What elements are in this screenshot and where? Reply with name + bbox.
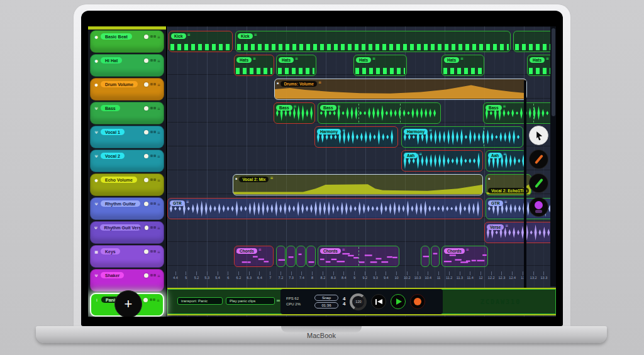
clip-midi[interactable] bbox=[296, 246, 306, 267]
clip-hats[interactable]: Hats≡ bbox=[234, 55, 274, 76]
track-menu-icon[interactable]: ≡ bbox=[157, 59, 160, 62]
track-mini-button[interactable] bbox=[150, 202, 153, 205]
menu-icon[interactable]: ≡ bbox=[276, 298, 280, 304]
clip-harmony[interactable]: Harmony≡ bbox=[314, 126, 398, 148]
track-menu-icon[interactable]: ≡ bbox=[157, 107, 160, 110]
track-mini-button[interactable] bbox=[150, 59, 153, 62]
clip-hats[interactable]: Hats≡ bbox=[353, 55, 407, 76]
track-mini-button[interactable] bbox=[150, 226, 153, 229]
clip-steps[interactable] bbox=[513, 31, 556, 52]
record-arm-button[interactable] bbox=[144, 106, 148, 111]
record-arm-button[interactable] bbox=[144, 249, 148, 254]
track-header-rhythm-guitar[interactable]: ΨRhythm Guitar≡ bbox=[90, 197, 164, 220]
track-header-vocal-2[interactable]: ΨVocal 2≡ bbox=[90, 150, 164, 172]
track-mini-button[interactable] bbox=[153, 250, 156, 253]
clip-aah[interactable]: Aah≡ bbox=[486, 150, 526, 172]
track-header-hi-hat[interactable]: ●Hi Hat≡ bbox=[90, 54, 164, 77]
clip-verse[interactable]: Verse≡ bbox=[484, 222, 556, 243]
clip-midi[interactable] bbox=[421, 246, 430, 267]
clip-midi[interactable] bbox=[276, 246, 286, 267]
timeline-arranger[interactable]: Kick≡Kick≡Hats≡Hats≡Hats≡Hats≡Hats≡▪Drum… bbox=[166, 26, 556, 317]
track-menu-icon[interactable]: ≡ bbox=[157, 202, 160, 205]
record-arm-button[interactable] bbox=[144, 178, 148, 182]
record-arm-button[interactable] bbox=[144, 130, 148, 134]
clip-drums-volume[interactable]: ▪Drums: Volume≡ bbox=[274, 79, 527, 100]
track-menu-icon[interactable]: ≡ bbox=[157, 155, 160, 158]
transport-clip-action-field[interactable]: Play panic clips bbox=[226, 297, 275, 305]
draw-tool-orange-button[interactable] bbox=[529, 150, 548, 169]
play-button[interactable] bbox=[391, 294, 406, 309]
track-mini-button[interactable] bbox=[153, 59, 156, 62]
record-arm-button[interactable] bbox=[144, 273, 148, 278]
track-menu-icon[interactable]: ≡ bbox=[157, 274, 160, 277]
track-menu-icon[interactable]: ≡ bbox=[157, 226, 160, 229]
track-header-echo-volume[interactable]: ●Echo Volume≡ bbox=[90, 173, 164, 196]
clip-bass[interactable]: Bass≡ bbox=[483, 102, 556, 124]
track-header-bass[interactable]: ΨBass≡ bbox=[90, 102, 164, 124]
track-header-vocal-1[interactable]: ΨVocal 1≡ bbox=[90, 126, 164, 148]
snap-button[interactable]: Snap bbox=[314, 295, 338, 301]
track-mini-button[interactable] bbox=[153, 178, 156, 181]
erase-tool-button[interactable] bbox=[529, 197, 548, 217]
track-mini-button[interactable] bbox=[153, 83, 156, 85]
clip-hats[interactable]: Hats≡ bbox=[441, 55, 484, 76]
track-header-keys[interactable]: ▦Keys≡ bbox=[90, 245, 164, 268]
clip-hats[interactable]: Hats≡ bbox=[276, 55, 316, 76]
track-menu-icon[interactable]: ≡ bbox=[157, 178, 160, 182]
track-mini-button[interactable] bbox=[150, 83, 153, 85]
track-menu-icon[interactable]: ≡ bbox=[157, 35, 160, 38]
track-mini-button[interactable] bbox=[153, 202, 156, 205]
record-arm-button[interactable] bbox=[144, 202, 148, 206]
track-mini-button[interactable] bbox=[150, 274, 153, 276]
track-mini-button[interactable] bbox=[150, 131, 153, 133]
clip-vocal-2-mix[interactable]: ▪Vocal 2: Mix≡ bbox=[233, 174, 483, 195]
transport-clip-name-field[interactable]: transport: Panic bbox=[177, 297, 223, 305]
track-menu-icon[interactable]: ≡ bbox=[157, 250, 160, 253]
scrollbar-thumb[interactable] bbox=[552, 28, 555, 116]
clip-bass[interactable]: Bass≡ bbox=[318, 102, 441, 124]
track-mini-button[interactable] bbox=[153, 131, 156, 133]
track-mini-button[interactable] bbox=[150, 298, 152, 301]
track-header-rhythm-guit-verse[interactable]: ΨRhythm Guit Verse≡ bbox=[90, 221, 164, 244]
record-arm-button[interactable] bbox=[144, 58, 148, 63]
clip-midi[interactable] bbox=[306, 246, 316, 267]
track-header-basic-beat[interactable]: ●Basic Beat≡ bbox=[90, 30, 164, 53]
track-mini-button[interactable] bbox=[153, 226, 156, 229]
draw-tool-green-button[interactable] bbox=[529, 173, 548, 193]
clip-chords[interactable]: Chords≡ bbox=[234, 246, 274, 267]
clip-chords[interactable]: Chords≡ bbox=[318, 246, 399, 267]
track-mini-button[interactable] bbox=[153, 274, 156, 276]
clip-harmony[interactable]: Harmony≡ bbox=[401, 126, 523, 148]
record-arm-button[interactable] bbox=[144, 35, 148, 39]
track-menu-icon[interactable]: ≡ bbox=[157, 298, 160, 302]
track-menu-icon[interactable]: ≡ bbox=[157, 83, 160, 86]
clip-chords[interactable]: Chords≡ bbox=[441, 246, 488, 267]
clip-aah[interactable]: Aah≡ bbox=[401, 150, 483, 172]
vertical-scrollbar[interactable] bbox=[550, 26, 556, 287]
track-menu-icon[interactable]: ≡ bbox=[157, 131, 160, 134]
skip-to-start-button[interactable] bbox=[371, 294, 386, 309]
record-arm-button[interactable] bbox=[143, 298, 148, 302]
track-mini-button[interactable] bbox=[150, 250, 153, 253]
record-arm-button[interactable] bbox=[144, 154, 148, 158]
track-header-drum-volume[interactable]: ●Drum Volume≡ bbox=[90, 78, 164, 101]
track-mini-button[interactable] bbox=[150, 35, 153, 38]
track-mini-button[interactable] bbox=[150, 107, 153, 109]
record-arm-button[interactable] bbox=[144, 82, 148, 87]
track-mini-button[interactable] bbox=[153, 107, 156, 109]
record-arm-button[interactable] bbox=[145, 226, 148, 230]
record-button[interactable] bbox=[410, 294, 425, 309]
clip-midi[interactable] bbox=[286, 246, 296, 267]
track-mini-button[interactable] bbox=[150, 178, 153, 181]
select-tool-button[interactable] bbox=[529, 126, 548, 145]
clip-kick[interactable]: Kick≡ bbox=[169, 31, 233, 52]
track-header-shaker[interactable]: ΨShaker≡ bbox=[90, 269, 164, 292]
tempo-knob[interactable]: 120 bbox=[350, 293, 367, 310]
clip-midi[interactable] bbox=[431, 246, 440, 267]
clip-bass[interactable]: Bass≡ bbox=[274, 102, 315, 124]
track-mini-button[interactable] bbox=[153, 298, 155, 301]
clip-kick[interactable]: Kick≡ bbox=[235, 31, 511, 52]
track-mini-button[interactable] bbox=[150, 155, 153, 157]
clip-gtr[interactable]: GTR≡ bbox=[167, 198, 483, 219]
track-mini-button[interactable] bbox=[153, 35, 156, 38]
